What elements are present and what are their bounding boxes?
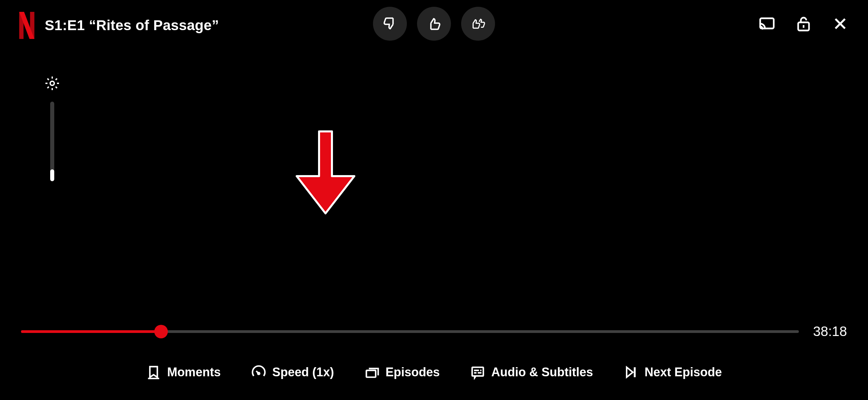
svg-point-1 [760, 28, 762, 29]
moments-button[interactable]: Moments [146, 365, 221, 380]
thumbs-down-icon [382, 16, 397, 31]
netflix-logo-icon [19, 12, 35, 39]
svg-marker-24 [627, 367, 633, 377]
next-episode-icon [624, 365, 638, 380]
progress-knob[interactable] [154, 325, 168, 338]
speed-button[interactable]: Speed (1x) [251, 365, 334, 380]
close-button[interactable] [832, 16, 848, 32]
brightness-slider[interactable] [50, 102, 54, 181]
svg-line-12 [56, 87, 57, 88]
progress-row: 38:18 [21, 324, 847, 339]
speed-label: Speed (1x) [272, 365, 334, 379]
speedometer-icon [251, 365, 266, 380]
svg-rect-19 [472, 367, 484, 376]
svg-line-11 [47, 79, 49, 80]
double-thumbs-up-button[interactable] [461, 7, 495, 41]
brightness-icon [44, 75, 60, 91]
audio-subtitles-button[interactable]: Audio & Subtitles [470, 365, 593, 380]
episodes-label: Episodes [386, 365, 440, 379]
cast-icon [759, 16, 775, 32]
progress-fill [21, 330, 161, 333]
thumbs-up-icon [427, 16, 441, 31]
audio-subtitles-label: Audio & Subtitles [491, 365, 593, 379]
time-remaining: 38:18 [813, 324, 847, 339]
rating-group [373, 7, 495, 41]
bottom-controls: Moments Speed (1x) Episodes Audio & Subt… [0, 365, 868, 380]
lock-button[interactable] [795, 16, 812, 32]
episodes-button[interactable]: Episodes [364, 365, 440, 380]
episode-title: S1:E1 “Rites of Passage” [45, 17, 219, 34]
svg-line-13 [47, 87, 49, 88]
bookmark-icon [146, 365, 161, 380]
episodes-icon [364, 365, 379, 380]
svg-line-17 [256, 371, 259, 373]
cast-button[interactable] [759, 16, 775, 32]
brightness-slider-fill [50, 169, 54, 181]
thumbs-down-button[interactable] [373, 7, 407, 41]
next-episode-button[interactable]: Next Episode [624, 365, 722, 380]
player-top-bar: S1:E1 “Rites of Passage” [0, 0, 868, 51]
svg-rect-18 [366, 371, 376, 377]
top-right-controls [759, 16, 848, 32]
unlock-icon [795, 16, 812, 32]
svg-point-6 [50, 81, 54, 85]
subtitles-icon [470, 365, 485, 380]
moments-label: Moments [167, 365, 221, 379]
progress-track[interactable] [21, 330, 799, 333]
svg-line-14 [56, 79, 57, 80]
double-thumbs-up-icon [471, 16, 486, 31]
close-icon [832, 16, 848, 32]
next-episode-label: Next Episode [645, 365, 722, 379]
annotation-arrow [290, 129, 361, 217]
thumbs-up-button[interactable] [417, 7, 451, 41]
brightness-control [44, 75, 60, 181]
